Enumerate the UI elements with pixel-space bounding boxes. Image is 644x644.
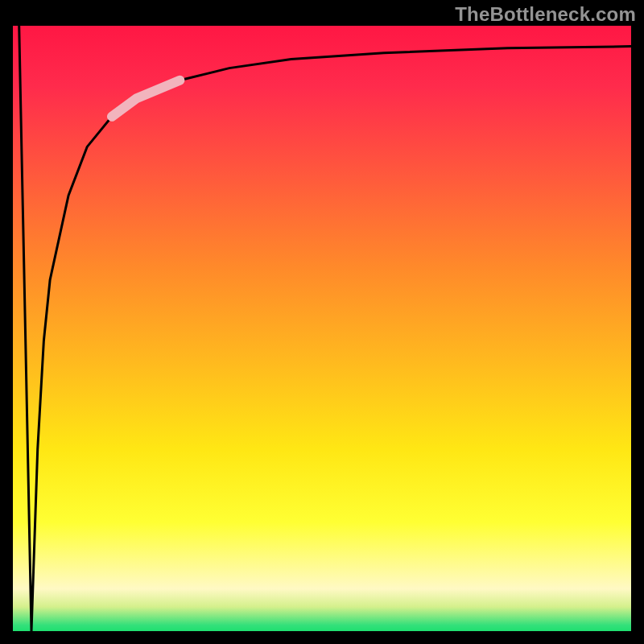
chart-frame: TheBottleneck.com [0, 0, 644, 644]
chart-background-gradient [13, 26, 631, 631]
watermark-text: TheBottleneck.com [455, 3, 636, 26]
